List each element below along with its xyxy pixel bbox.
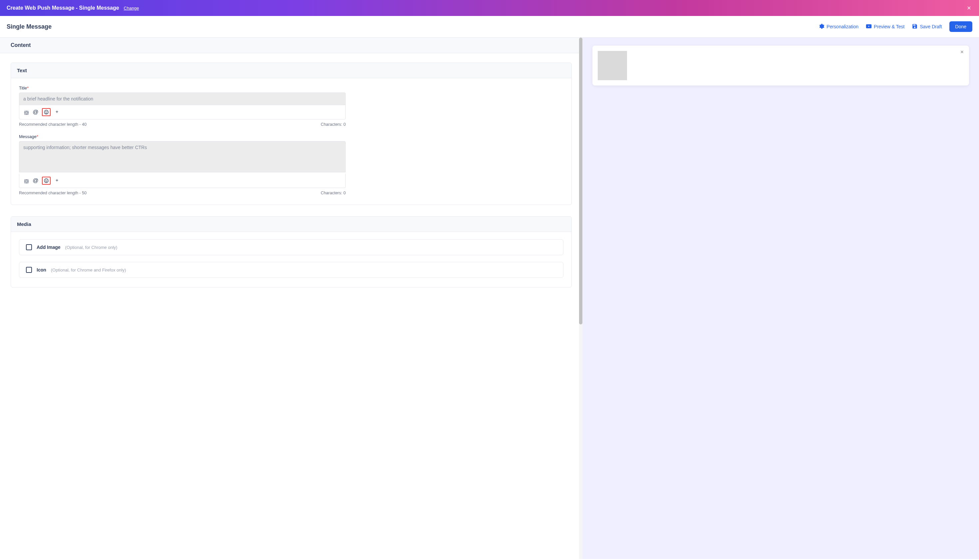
add-image-checkbox[interactable] — [26, 244, 32, 250]
sparkle-icon[interactable] — [54, 109, 60, 115]
top-bar: Create Web Push Message - Single Message… — [0, 0, 979, 16]
preview-card — [592, 46, 969, 85]
svg-point-3 — [868, 25, 870, 27]
add-image-label: Add Image — [37, 245, 60, 250]
save-icon — [912, 23, 918, 30]
sub-header-title: Single Message — [7, 23, 52, 30]
media-card-header: Media — [11, 217, 571, 232]
preview-pane — [582, 38, 979, 559]
media-card: Media Add Image (Optional, for Chrome on… — [11, 216, 572, 287]
scrollbar-thumb[interactable] — [579, 38, 582, 324]
left-pane: Content Text Title* {{}} @ — [0, 38, 582, 559]
title-char-count: Characters: 0 — [321, 122, 346, 127]
change-link[interactable]: Change — [124, 6, 139, 11]
title-toolbar: {{}} @ — [19, 105, 346, 120]
braces-icon[interactable]: {{}} — [23, 178, 29, 184]
braces-icon[interactable]: {{}} — [23, 109, 29, 115]
eye-icon — [866, 23, 872, 30]
add-image-hint: (Optional, for Chrome only) — [65, 245, 117, 250]
close-icon[interactable] — [966, 5, 972, 11]
title-input[interactable] — [19, 93, 346, 105]
icon-label: Icon — [37, 267, 46, 273]
save-draft-label: Save Draft — [920, 24, 942, 29]
at-icon[interactable]: @ — [33, 178, 38, 184]
save-draft-button[interactable]: Save Draft — [912, 23, 942, 30]
emoji-icon[interactable] — [42, 108, 51, 116]
page-title: Create Web Push Message - Single Message — [7, 5, 119, 11]
at-icon[interactable]: @ — [33, 109, 38, 115]
content-section-header: Content — [0, 38, 582, 53]
svg-point-5 — [45, 112, 46, 112]
message-char-count: Characters: 0 — [321, 191, 346, 195]
svg-point-9 — [47, 180, 47, 180]
add-image-option[interactable]: Add Image (Optional, for Chrome only) — [19, 239, 563, 255]
emoji-icon[interactable] — [42, 177, 51, 185]
gear-icon — [819, 23, 824, 30]
title-rec-length: Recommended character length - 40 — [19, 122, 87, 127]
icon-hint: (Optional, for Chrome and Firefox only) — [51, 268, 126, 273]
personalization-button[interactable]: Personalization — [819, 23, 859, 30]
text-card: Text Title* {{}} @ — [11, 63, 572, 205]
preview-test-label: Preview & Test — [874, 24, 904, 29]
message-field-label: Message* — [19, 134, 563, 139]
svg-point-8 — [45, 180, 46, 180]
icon-checkbox[interactable] — [26, 267, 32, 273]
sub-header: Single Message Personalization Preview &… — [0, 16, 979, 38]
message-rec-length: Recommended character length - 50 — [19, 191, 87, 195]
text-card-header: Text — [11, 63, 571, 78]
svg-point-6 — [47, 112, 47, 112]
preview-close-icon[interactable] — [960, 50, 964, 55]
sparkle-icon[interactable] — [54, 178, 60, 184]
done-button[interactable]: Done — [949, 21, 972, 32]
scrollbar-track — [579, 38, 582, 559]
personalization-label: Personalization — [827, 24, 859, 29]
message-input[interactable] — [19, 141, 346, 172]
preview-test-button[interactable]: Preview & Test — [866, 23, 904, 30]
svg-point-4 — [44, 110, 48, 114]
message-toolbar: {{}} @ — [19, 174, 346, 188]
icon-option[interactable]: Icon (Optional, for Chrome and Firefox o… — [19, 262, 563, 278]
preview-image-placeholder — [598, 51, 627, 80]
svg-point-7 — [44, 179, 48, 183]
title-field-label: Title* — [19, 85, 563, 90]
